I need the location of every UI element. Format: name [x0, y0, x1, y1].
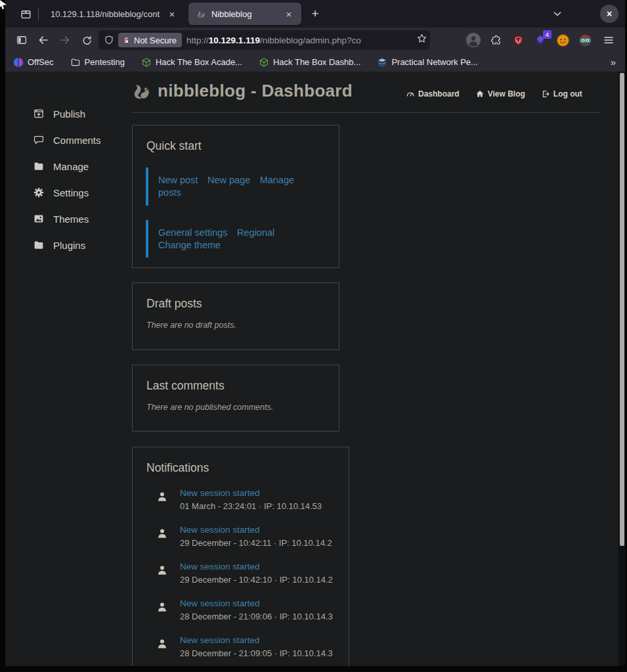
logout-icon: [541, 89, 550, 99]
quick-start-group-settings: General settings Regional Change theme: [146, 220, 318, 258]
ublock-shield-icon: [512, 34, 525, 47]
sidebar-label: Themes: [53, 213, 89, 225]
header-divider: [132, 112, 599, 113]
regional-link[interactable]: Regional: [237, 227, 274, 238]
reload-icon: [81, 35, 93, 46]
nav-dashboard-link[interactable]: Dashboard: [406, 89, 460, 99]
sidebar-toggle-button[interactable]: [12, 30, 32, 50]
bookmark-htb-dashboard[interactable]: Hack The Box Dashb...: [259, 57, 360, 68]
close-tab-icon[interactable]: ×: [282, 7, 296, 21]
firefox-view-button[interactable]: [16, 4, 35, 24]
new-post-link[interactable]: New post: [158, 175, 198, 185]
nav-label: Log out: [553, 89, 582, 99]
shield-icon: [104, 35, 114, 45]
bookmark-practical-network[interactable]: Practical Network Pe...: [377, 57, 478, 68]
url-fade: [385, 30, 413, 50]
notification-item: New session started 29 December - 10:42:…: [156, 562, 349, 585]
page-content: Publish Comments Manage: [5, 72, 625, 666]
goggles-extension-button[interactable]: [575, 30, 595, 50]
forward-button[interactable]: [55, 30, 75, 50]
gear-icon: [33, 187, 45, 198]
admin-sidebar: Publish Comments Manage: [33, 101, 101, 258]
tcm-layers-icon: [377, 57, 387, 68]
sidebar-toggle-icon: [16, 34, 28, 46]
bookmark-star-button[interactable]: [416, 33, 427, 47]
sidebar-item-manage[interactable]: Manage: [33, 153, 101, 179]
nibbleblog-squirrel-icon: [132, 81, 152, 101]
session-notification-link[interactable]: New session started: [180, 635, 333, 645]
change-theme-link[interactable]: Change theme: [158, 240, 221, 250]
hamburger-menu-icon: [603, 34, 615, 46]
folder-icon: [33, 239, 45, 251]
session-notification-link[interactable]: New session started: [180, 525, 332, 535]
sidebar-label: Settings: [53, 187, 89, 198]
nav-log-out-link[interactable]: Log out: [541, 89, 582, 99]
navigation-toolbar: Not Secure http://10.129.1.119/nibbleblo…: [5, 28, 625, 53]
sidebar-item-themes[interactable]: Themes: [33, 206, 101, 232]
browser-window: 10.129.1.118/nibbleblog/cont × Nibbleblo…: [5, 0, 625, 666]
bookmark-pentesting-folder[interactable]: Pentesting: [70, 57, 125, 68]
window-close-button[interactable]: ×: [600, 5, 618, 23]
session-notification-meta: 28 December - 21:09:06 · IP: 10.10.14.3: [180, 612, 333, 621]
not-secure-chip[interactable]: Not Secure: [118, 33, 182, 47]
sidebar-item-publish[interactable]: Publish: [33, 101, 101, 127]
account-button[interactable]: [464, 30, 483, 50]
dashboard-header: nibbleblog - Dashboard Dashboard View Bl…: [132, 81, 599, 101]
list-all-tabs-button[interactable]: [548, 4, 567, 24]
nibbleblog-favicon: [196, 9, 206, 19]
bookmark-offsec[interactable]: OffSec: [13, 57, 54, 68]
new-page-link[interactable]: New page: [207, 175, 250, 185]
star-icon: [416, 33, 427, 44]
orange-extension-button[interactable]: [553, 30, 573, 50]
sidebar-item-settings[interactable]: Settings: [33, 179, 101, 206]
tab-separator: [38, 7, 39, 20]
orange-extension-icon: [556, 34, 570, 47]
tab-nibbleblog-active[interactable]: Nibbleblog ×: [188, 3, 301, 25]
session-notification-meta: 01 March - 23:24:01 · IP: 10.10.14.53: [180, 501, 322, 511]
bookmarks-overflow-button[interactable]: »: [611, 56, 616, 68]
quick-start-group-posts: New post New page Manage posts: [146, 168, 318, 206]
wappalyzer-button[interactable]: 4: [530, 30, 550, 50]
sidebar-item-comments[interactable]: Comments: [33, 127, 101, 153]
notification-item: New session started 01 March - 23:24:01 …: [156, 488, 349, 512]
sidebar-label: Manage: [53, 161, 89, 172]
tab-nibbleblog-content[interactable]: 10.129.1.118/nibbleblog/cont ×: [43, 3, 184, 25]
back-button[interactable]: [33, 30, 53, 50]
nav-label: View Blog: [488, 89, 525, 99]
notifications-panel: Notifications New session started 01 Mar…: [132, 447, 349, 666]
publish-icon: [33, 108, 45, 120]
puzzle-icon: [490, 34, 502, 46]
account-icon: [465, 32, 481, 48]
draft-posts-panel: Draft posts There are no draft posts.: [132, 282, 339, 350]
notification-item: New session started 29 December - 10:42:…: [156, 525, 349, 549]
menu-button[interactable]: [599, 30, 618, 50]
user-avatar-icon: [156, 637, 169, 650]
session-notification-meta: 29 December - 10:42:10 · IP: 10.10.14.2: [180, 575, 333, 585]
goggles-extension-icon: [578, 34, 592, 47]
comments-icon: [33, 134, 45, 146]
ublock-origin-button[interactable]: [508, 30, 528, 50]
bookmark-label: Pentesting: [85, 57, 125, 67]
close-tab-icon[interactable]: ×: [165, 7, 179, 21]
session-notification-link[interactable]: New session started: [180, 488, 322, 498]
url-bar[interactable]: Not Secure http://10.129.1.119/nibbleblo…: [98, 30, 430, 50]
broken-lock-icon: [121, 35, 131, 45]
nav-label: Dashboard: [418, 89, 460, 99]
notification-item: New session started 28 December - 21:09:…: [156, 635, 349, 659]
scrollbar-thumb[interactable]: [620, 73, 624, 546]
sidebar-item-plugins[interactable]: Plugins: [33, 232, 101, 258]
bookmark-htb-academy[interactable]: Hack The Box Acade...: [141, 57, 242, 68]
general-settings-link[interactable]: General settings: [158, 227, 228, 238]
reload-button[interactable]: [77, 30, 97, 50]
panel-title: Last comments: [133, 365, 339, 393]
extensions-button[interactable]: [486, 30, 506, 50]
tab-title: 10.129.1.118/nibbleblog/cont: [51, 9, 165, 19]
bookmark-label: OffSec: [28, 57, 54, 67]
new-tab-button[interactable]: +: [305, 4, 325, 24]
nav-view-blog-link[interactable]: View Blog: [475, 89, 525, 99]
session-notification-link[interactable]: New session started: [180, 562, 333, 571]
not-secure-label: Not Secure: [134, 35, 177, 45]
draft-posts-empty-text: There are no draft posts.: [133, 311, 339, 330]
bookmark-label: Hack The Box Acade...: [156, 57, 242, 67]
session-notification-link[interactable]: New session started: [180, 598, 333, 608]
